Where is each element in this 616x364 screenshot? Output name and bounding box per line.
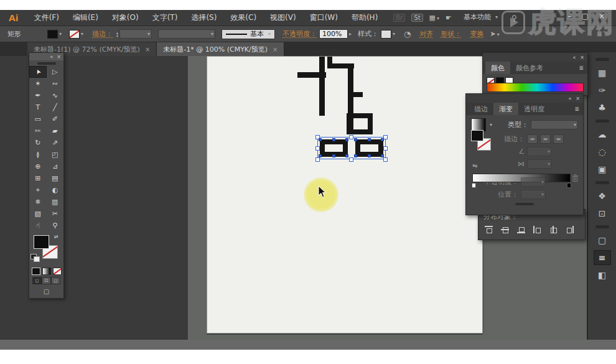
tab-gradient[interactable]: 渐变	[493, 103, 518, 115]
distribute-left-button[interactable]	[532, 225, 543, 235]
pathfinder-panel-icon[interactable]: ◧	[594, 268, 611, 282]
control-panel-menu-icon[interactable]: ≣	[597, 30, 602, 38]
blend-tool-icon[interactable]: ◐	[47, 184, 64, 196]
color-spectrum-bar[interactable]	[487, 83, 584, 92]
gradient-stroke-along-button[interactable]: ▬	[540, 134, 551, 144]
screen-mode-button[interactable]: ▢	[29, 286, 63, 298]
fill-swatch[interactable]	[34, 235, 49, 249]
transform-link[interactable]: 变换	[470, 29, 483, 39]
style-swatch[interactable]	[381, 30, 391, 39]
lasso-tool-icon[interactable]: ∾	[47, 78, 64, 90]
gradient-swatch-dropdown-icon[interactable]: ▾	[490, 122, 492, 128]
swap-fill-stroke-icon[interactable]: ⇄	[54, 234, 58, 240]
stroke-weight-label[interactable]: 描边：	[92, 29, 113, 39]
close-button[interactable]: ×	[599, 12, 605, 21]
selection-handle[interactable]	[315, 146, 320, 151]
gradient-stop-black[interactable]	[567, 183, 571, 188]
artwork-middle-horizontal[interactable]	[348, 92, 363, 97]
stock-button[interactable]: St	[411, 14, 422, 22]
arrange-documents-icon[interactable]: ▦▾	[429, 14, 439, 22]
stroke-dropdown-icon[interactable]: ▾	[81, 31, 83, 37]
distribute-bottom-button[interactable]	[516, 225, 526, 235]
none-mode-button[interactable]	[53, 268, 62, 275]
menu-file[interactable]: 文件(F)	[27, 12, 66, 23]
gradient-location-field[interactable]: ▾	[521, 190, 546, 199]
shape-builder-tool-icon[interactable]: ⊕	[29, 161, 47, 172]
width-tool-icon[interactable]: ≬	[29, 149, 47, 161]
perspective-grid-tool-icon[interactable]: ⊿	[47, 161, 64, 172]
selection-handle[interactable]	[349, 135, 353, 139]
graphic-styles-panel-icon[interactable]: ▣	[594, 162, 611, 177]
tab-transparency[interactable]: 透明度	[518, 103, 550, 115]
mesh-tool-icon[interactable]: ⊞	[29, 172, 47, 184]
tab-close-icon[interactable]: ×	[273, 46, 278, 53]
selection-tool-icon[interactable]: ➤	[29, 66, 47, 78]
free-transform-tool-icon[interactable]: ◰	[47, 149, 64, 161]
zoom-tool-icon[interactable]: ⚲	[47, 220, 64, 231]
dock-grip[interactable]	[595, 58, 609, 61]
panel-grip[interactable]	[515, 203, 534, 205]
select-similar-icon[interactable]: ➤▾	[490, 30, 499, 38]
shape-link[interactable]: 形状：	[441, 29, 461, 39]
tab-stroke[interactable]: 描边	[469, 103, 493, 115]
align-link[interactable]: 对齐	[419, 29, 433, 39]
close-panel-icon[interactable]: ×	[576, 96, 580, 101]
dock-grip[interactable]	[595, 181, 609, 184]
gradient-stroke-across-button[interactable]: ▬	[553, 134, 564, 144]
tab-close-icon[interactable]: ×	[145, 46, 150, 53]
close-panel-icon[interactable]: ×	[57, 54, 61, 60]
draw-normal-button[interactable]: ◻	[32, 277, 42, 284]
draw-inside-button[interactable]: ◻	[51, 277, 60, 284]
document-tab-2[interactable]: 未标题-1* @ 100% (CMYK/预览) ×	[157, 42, 284, 56]
gradient-aspect-field[interactable]: ▾	[527, 159, 552, 169]
swatches-panel-icon[interactable]: ▦	[594, 65, 611, 80]
align-panel-icon[interactable]: ≡	[594, 250, 611, 265]
menu-type[interactable]: 文字(T)	[146, 12, 185, 23]
menu-help[interactable]: 帮助(H)	[345, 12, 385, 23]
distribute-vcenter-button[interactable]	[500, 225, 510, 235]
menu-edit[interactable]: 编辑(E)	[66, 12, 105, 23]
gradient-mode-button[interactable]	[42, 268, 51, 275]
distribute-top-button[interactable]	[483, 225, 494, 235]
transform-panel-icon[interactable]: ▢	[594, 233, 611, 248]
maximize-button[interactable]: ▢	[582, 12, 589, 21]
opacity-dropdown-icon[interactable]: ▸	[349, 31, 352, 37]
curvature-tool-icon[interactable]: ∿	[47, 90, 64, 101]
menu-select[interactable]: 选择(S)	[184, 12, 223, 23]
search-icon[interactable]: ⚲	[511, 14, 517, 22]
stroke-weight-field[interactable]: ▾	[119, 29, 152, 39]
selection-handle[interactable]	[315, 157, 320, 162]
artboard-canvas[interactable]	[207, 56, 483, 334]
collapse-panel-icon[interactable]: «	[572, 55, 576, 60]
gradient-angle-field[interactable]: ▾	[527, 147, 552, 156]
pen-tool-icon[interactable]: ✒	[29, 90, 47, 101]
selection-handle[interactable]	[383, 146, 388, 151]
stroke-color-swatch[interactable]	[69, 30, 80, 39]
gradient-stop-white[interactable]	[472, 183, 476, 188]
paintbrush-tool-icon[interactable]: ✐	[47, 113, 64, 125]
minimize-button[interactable]: –	[568, 12, 572, 21]
recolor-artwork-icon[interactable]: ◔	[404, 29, 411, 39]
menu-view[interactable]: 视图(V)	[263, 12, 303, 23]
tab-color[interactable]: 颜色	[485, 62, 510, 74]
line-segment-tool-icon[interactable]: ╱	[47, 101, 64, 113]
gradient-opacity-field[interactable]: ▾	[521, 177, 546, 187]
distribute-hcenter-button[interactable]	[548, 225, 559, 235]
rotate-tool-icon[interactable]: ↻	[29, 137, 47, 149]
delete-stop-icon[interactable]	[571, 174, 579, 182]
gradient-tool-icon[interactable]: ▤	[47, 172, 64, 184]
gradient-type-select[interactable]: ▾	[531, 120, 578, 129]
stroke-weight-stepper[interactable]: ▴▾	[116, 31, 118, 37]
default-fill-stroke-icon[interactable]	[30, 254, 37, 259]
scale-tool-icon[interactable]: ⇗	[47, 137, 64, 149]
gradient-fill-proxy[interactable]	[471, 130, 483, 141]
draw-behind-button[interactable]: ⊡	[42, 277, 51, 284]
libraries-panel-icon[interactable]: ☁	[594, 127, 611, 142]
symbols-panel-icon[interactable]: ♣	[594, 100, 611, 115]
close-panel-icon[interactable]: ×	[580, 55, 584, 60]
opacity-field[interactable]: 100%	[319, 29, 348, 39]
gradient-preview-swatch[interactable]	[471, 118, 486, 131]
color-mode-button[interactable]	[32, 268, 40, 275]
gradient-stroke-within-button[interactable]: ▬	[527, 134, 538, 144]
tab-color-guide[interactable]: 颜色参考	[510, 62, 549, 74]
